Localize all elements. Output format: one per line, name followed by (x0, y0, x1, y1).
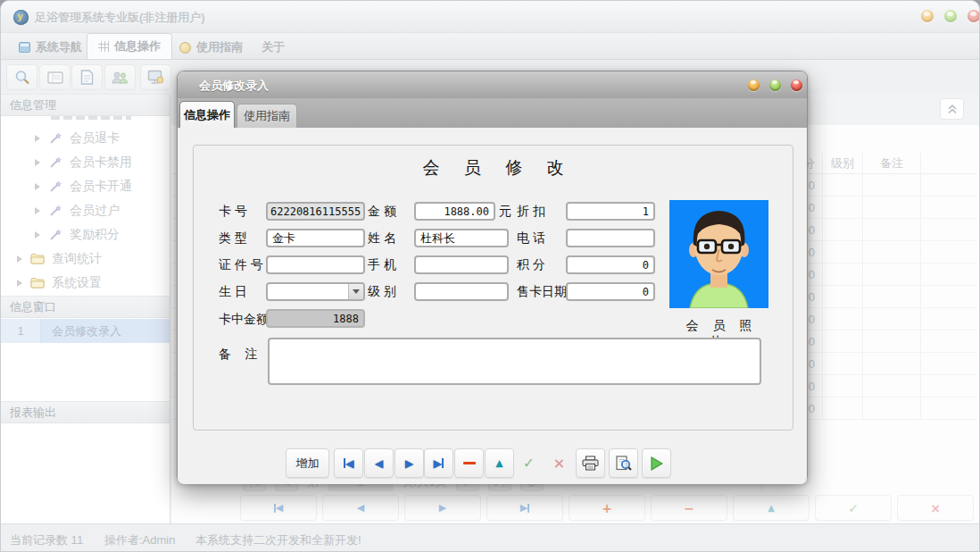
panel-header-info-mgmt[interactable]: 信息管理 (1, 94, 170, 116)
tree-item[interactable]: 奖励积分 (1, 222, 170, 247)
tree-item[interactable]: 会员退卡 (1, 126, 170, 150)
expand-arrow-icon[interactable] (35, 231, 40, 238)
tree-item[interactable]: 会员过户 (1, 198, 170, 222)
search-icon (14, 70, 30, 86)
tab-about[interactable]: 关于 (251, 36, 295, 59)
tab-info-operation[interactable]: 信息操作 (87, 33, 172, 59)
nav-edit-button[interactable]: ▲ (733, 495, 810, 521)
panel-header-info-window[interactable]: 信息窗口 (1, 296, 170, 318)
phone-label: 电 话 (517, 229, 545, 247)
users-button[interactable] (104, 64, 136, 90)
tree-item[interactable]: 会员卡禁用 (1, 150, 170, 174)
note-label: 备 注 (219, 345, 258, 364)
card-type-field[interactable] (266, 229, 365, 247)
sale-date-label: 售卡日期 (517, 282, 566, 301)
first-record-button[interactable]: ◀ (334, 448, 363, 478)
name-field[interactable] (414, 229, 509, 247)
tab-user-guide[interactable]: 使用指南 (169, 36, 253, 59)
tree-item-folder[interactable]: 系统设置 (1, 271, 170, 295)
phone-field[interactable] (566, 229, 655, 247)
dialog-titlebar[interactable]: 会员修改录入 (178, 71, 807, 98)
col-header-note[interactable]: 备注 (863, 153, 921, 173)
level-label: 级 别 (368, 282, 396, 301)
run-icon (651, 456, 663, 471)
nav-post-button[interactable]: ✓ (815, 495, 892, 521)
print-button[interactable] (576, 448, 605, 478)
status-record-count: 当前记录数 11 (10, 532, 83, 548)
wand-icon (48, 132, 62, 145)
document-icon (80, 70, 94, 85)
next-record-button[interactable]: ▶ (394, 448, 424, 478)
amount-field[interactable] (414, 202, 495, 221)
expand-arrow-icon[interactable] (35, 207, 40, 214)
level-field[interactable] (414, 282, 509, 301)
run-button[interactable] (642, 448, 671, 478)
wand-icon (48, 205, 62, 217)
cancel-button[interactable]: × (544, 448, 574, 478)
last-record-button[interactable]: ▶ (424, 448, 453, 478)
note-field[interactable] (268, 338, 761, 385)
expand-arrow-icon[interactable] (17, 280, 22, 287)
card-type-label: 类 型 (219, 229, 247, 247)
sale-date-field[interactable] (566, 282, 655, 301)
minimize-button[interactable] (921, 10, 934, 22)
status-message: 本系统支持二次开发和全新开发! (195, 532, 361, 548)
window-title: 足浴管理系统专业版(非注册用户) (35, 10, 205, 26)
print-preview-button[interactable] (609, 448, 638, 478)
info-window-item[interactable]: 1 会员修改录入 (1, 319, 170, 343)
dialog-minimize-button[interactable] (748, 79, 760, 91)
edit-record-button[interactable]: ▲ (485, 448, 514, 478)
amount-label: 金 额 (368, 202, 396, 221)
prev-record-button[interactable]: ◀ (364, 448, 394, 478)
card-no-field[interactable] (266, 202, 365, 221)
nav-last-button[interactable]: ▶ (486, 495, 563, 521)
expand-arrow-icon[interactable] (17, 255, 22, 263)
collapse-button[interactable] (940, 98, 964, 120)
birthday-field[interactable] (268, 284, 348, 299)
nav-delete-button[interactable]: − (651, 495, 727, 521)
discount-label: 折 扣 (517, 202, 545, 221)
panel-header-report-output[interactable]: 报表输出 (1, 401, 170, 423)
close-button[interactable] (968, 10, 980, 22)
post-button[interactable]: ✓ (514, 448, 544, 478)
expand-arrow-icon[interactable] (35, 159, 40, 166)
list-button[interactable] (39, 64, 71, 90)
dialog-tab-info-operation[interactable]: 信息操作 (179, 101, 235, 128)
dialog-close-button[interactable] (791, 79, 802, 91)
search-button[interactable] (6, 64, 37, 90)
birthday-combobox[interactable] (266, 282, 365, 301)
nav-prev-button[interactable]: ◀ (322, 495, 399, 521)
dialog-tab-user-guide[interactable]: 使用指南 (237, 104, 297, 128)
points-field[interactable] (566, 255, 655, 274)
app-logo-icon: y (13, 10, 29, 25)
nav-insert-button[interactable]: + (569, 495, 645, 521)
member-photo (669, 200, 768, 308)
tab-system-nav[interactable]: 系统导航 (8, 36, 93, 59)
print-preview-icon (615, 456, 632, 471)
tree-item-folder[interactable]: 查询统计 (1, 247, 170, 271)
maximize-button[interactable] (944, 10, 957, 22)
col-header-level[interactable]: 级别 (823, 153, 863, 173)
dialog-maximize-button[interactable] (769, 79, 781, 91)
wand-icon (48, 229, 62, 241)
mobile-field[interactable] (414, 255, 509, 274)
window-icon (19, 42, 30, 53)
expand-arrow-icon[interactable] (35, 183, 40, 190)
dropdown-button[interactable] (348, 284, 363, 299)
document-button[interactable] (71, 64, 103, 90)
info-window-list: 1 会员修改录入 (1, 319, 170, 343)
nav-first-button[interactable]: ◀ (240, 495, 317, 521)
discount-field[interactable] (566, 202, 655, 221)
expand-arrow-icon[interactable] (35, 135, 40, 142)
nav-cancel-button[interactable]: × (897, 495, 974, 521)
birthday-label: 生 日 (219, 282, 247, 301)
nav-next-button[interactable]: ▶ (404, 495, 481, 521)
tree-item[interactable]: 会员卡开通 (1, 174, 170, 198)
status-bar: 当前记录数 11 操作者:Admin 本系统支持二次开发和全新开发! (1, 523, 979, 552)
id-no-field[interactable] (266, 255, 365, 274)
status-operator: 操作者:Admin (104, 532, 175, 548)
delete-record-button[interactable] (454, 448, 484, 478)
monitor-button[interactable] (140, 64, 171, 90)
dialog-body: 会 员 修 改 卡 号 金 额 元 折 扣 类 型 姓 名 电 话 证 件 号 … (178, 128, 807, 484)
add-button[interactable]: 增加 (286, 448, 329, 478)
